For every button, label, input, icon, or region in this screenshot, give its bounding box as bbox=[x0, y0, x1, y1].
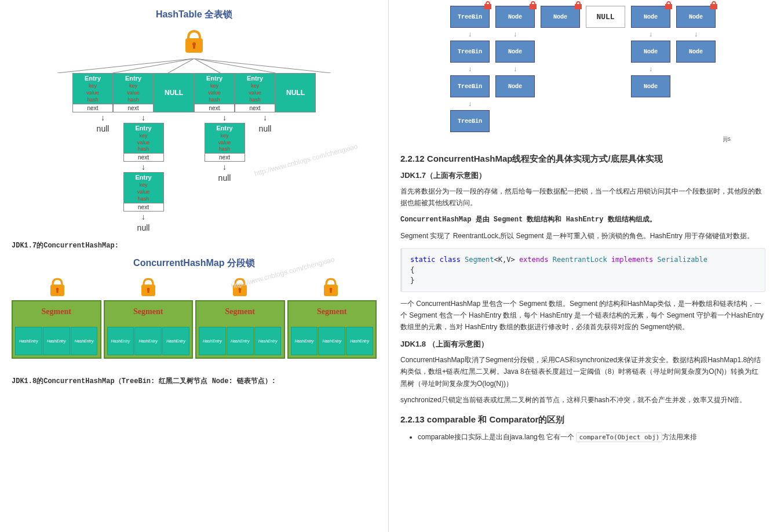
svg-rect-17 bbox=[239, 289, 240, 293]
entry-box: Entrykeyvaluehashnext bbox=[123, 172, 164, 212]
chain-area: http://www.cnblogs.com/chengxiao ↓null ↓… bbox=[12, 112, 377, 234]
node-node: Node bbox=[495, 6, 535, 28]
hashtable-title: HashTable 全表锁 bbox=[12, 9, 377, 21]
segment-box: SegmentHashEntryHashEntryHashEntry bbox=[104, 300, 194, 359]
list-item: comparable接口实际上是出自java.lang包 它有一个 compar… bbox=[418, 431, 765, 443]
svg-rect-20 bbox=[330, 289, 332, 293]
paragraph: ConcurrentHashMap取消了Segment分段锁，采用CAS和syn… bbox=[400, 354, 765, 389]
svg-rect-22 bbox=[530, 4, 537, 9]
entry-box: Entrykeyvaluehashnext bbox=[194, 73, 235, 112]
null-bucket: NULL bbox=[586, 6, 625, 28]
caption-jdk18: JDK1.8的ConcurrentHashMap（TreeBin: 红黑二叉树节… bbox=[12, 376, 377, 386]
paragraph: synchronized只锁定当前链表或红黑二叉树的首节点，这样只要hash不冲… bbox=[400, 394, 765, 406]
paragraph: 首先将数据分为一段一段的存储，然后给每一段数据配一把锁，当一个线程占用锁访问其中… bbox=[400, 185, 765, 209]
treebin-node: TreeBin bbox=[450, 110, 490, 132]
left-column: HashTable 全表锁 Entrykeyvaluehashnext Entr… bbox=[0, 0, 389, 532]
bullet-list: comparable接口实际上是出自java.lang包 它有一个 compar… bbox=[400, 431, 765, 443]
lock-icon bbox=[46, 275, 69, 298]
svg-rect-25 bbox=[710, 4, 717, 9]
section-heading-2212: 2.2.12 ConcurrentHashMap线程安全的具体实现方式/底层具体… bbox=[400, 154, 765, 165]
null-box: NULL bbox=[275, 73, 316, 112]
entry-box: Entrykeyvaluehashnext bbox=[123, 123, 164, 162]
inline-code: compareTo(Object obj) bbox=[576, 432, 662, 442]
lock-icon bbox=[709, 1, 718, 10]
segment-box: SegmentHashEntryHashEntryHashEntry bbox=[287, 300, 377, 359]
caption-jdk17: JDK1.7的ConcurrentHashMap: bbox=[12, 241, 377, 250]
jijs-label: jijs bbox=[400, 135, 765, 142]
chm-title: ConcurrentHashMap 分段锁 bbox=[12, 257, 377, 269]
treebin-node: TreeBin bbox=[450, 41, 490, 63]
svg-rect-24 bbox=[665, 4, 672, 9]
lock-icon bbox=[483, 1, 493, 10]
right-column: TreeBin ↓ TreeBin ↓ TreeBin ↓ TreeBin No… bbox=[389, 0, 777, 532]
segment-locks bbox=[12, 275, 377, 298]
fan-lines bbox=[12, 59, 377, 73]
node-node: Node bbox=[495, 41, 535, 63]
entry-row: Entrykeyvaluehashnext Entrykeyvaluehashn… bbox=[12, 73, 377, 112]
lock-icon bbox=[180, 27, 209, 56]
lock-icon bbox=[137, 275, 160, 298]
node-node: Node bbox=[676, 41, 716, 63]
entry-box: Entrykeyvaluehashnext bbox=[113, 73, 154, 112]
node-node: Node bbox=[631, 41, 670, 63]
svg-rect-23 bbox=[575, 4, 582, 9]
svg-rect-21 bbox=[484, 4, 491, 9]
lock-icon bbox=[319, 275, 342, 298]
entry-box: Entrykeyvaluehashnext bbox=[72, 73, 113, 112]
entry-box: Entrykeyvaluehashnext bbox=[205, 123, 245, 162]
node-node: Node bbox=[631, 6, 670, 28]
svg-rect-14 bbox=[148, 289, 149, 293]
paragraph-bold: ConcurrentHashMap 是由 Segment 数组结构和 HashE… bbox=[400, 214, 765, 225]
treebin-node: TreeBin bbox=[450, 6, 490, 28]
svg-rect-2 bbox=[193, 44, 195, 49]
node-node: Node bbox=[676, 6, 716, 28]
node-node: Node bbox=[495, 75, 535, 97]
segment-box: SegmentHashEntryHashEntryHashEntry bbox=[195, 300, 285, 359]
jdk18-diagram: TreeBin ↓ TreeBin ↓ TreeBin ↓ TreeBin No… bbox=[400, 6, 765, 142]
lock-icon bbox=[228, 275, 251, 298]
paragraph: 一个 ConcurrentHashMap 里包含一个 Segment 数组。Se… bbox=[400, 298, 765, 333]
code-block: static class Segment<K,V> extends Reentr… bbox=[400, 248, 765, 292]
subheading-jdk17: JDK1.7（上面有示意图） bbox=[400, 170, 765, 181]
node-node: Node bbox=[631, 75, 670, 97]
segment-box: SegmentHashEntryHashEntryHashEntry bbox=[12, 300, 101, 359]
section-heading-2213: 2.2.13 comparable 和 Comparator的区别 bbox=[400, 414, 765, 425]
lock-icon bbox=[574, 1, 583, 10]
segment-container: SegmentHashEntryHashEntryHashEntry Segme… bbox=[12, 300, 377, 359]
svg-rect-11 bbox=[56, 289, 58, 293]
subheading-jdk18: JDK1.8 （上面有示意图） bbox=[400, 339, 765, 349]
treebin-node: TreeBin bbox=[450, 75, 490, 97]
entry-box: Entrykeyvaluehashnext bbox=[235, 73, 275, 112]
node-node: Node bbox=[541, 6, 580, 28]
null-box: NULL bbox=[154, 73, 194, 112]
lock-icon bbox=[528, 1, 538, 10]
lock-icon bbox=[664, 1, 673, 10]
paragraph: Segment 实现了 ReentrantLock,所以 Segment 是一种… bbox=[400, 230, 765, 242]
